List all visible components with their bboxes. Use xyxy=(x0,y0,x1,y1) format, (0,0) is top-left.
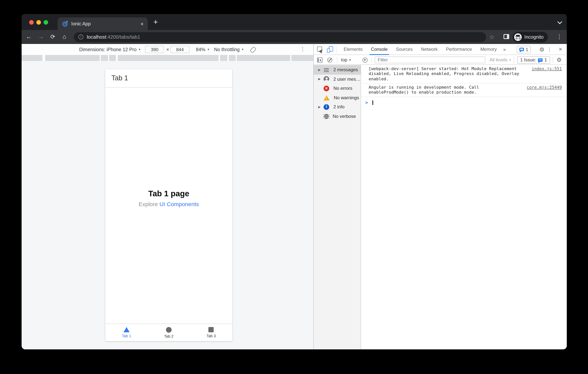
app-header: Tab 1 xyxy=(105,69,232,87)
media-query-segment[interactable] xyxy=(21,55,42,61)
tab-elements[interactable]: Elements xyxy=(339,44,367,55)
media-query-segment[interactable] xyxy=(101,55,108,61)
home-button[interactable]: ⌂ xyxy=(63,33,66,40)
minimize-window-button[interactable] xyxy=(36,20,41,25)
maximize-window-button[interactable] xyxy=(43,20,48,25)
device-throttling-select[interactable]: No throttling ▾ xyxy=(214,44,243,55)
error-icon xyxy=(324,86,329,91)
warning-icon xyxy=(324,96,330,100)
console-settings-icon[interactable]: ⚙ xyxy=(556,57,562,63)
app-content: Tab 1 page Explore UI Components xyxy=(105,87,232,324)
ui-components-link[interactable]: UI Components xyxy=(159,201,199,207)
sidebar-item-verbose[interactable]: No verbose xyxy=(314,112,361,121)
media-query-segment[interactable] xyxy=(45,55,100,61)
tab-search-chevron-icon[interactable] xyxy=(558,20,561,23)
devtools-close-icon[interactable]: × xyxy=(559,46,562,52)
tab-close-icon[interactable]: × xyxy=(141,21,144,26)
more-tabs-icon[interactable]: » xyxy=(501,44,508,55)
console-context-select[interactable]: top ▾ xyxy=(341,55,351,65)
devtools-panel: Elements Console Sources Network Perform… xyxy=(313,44,567,349)
app-tab-2[interactable]: Tab 2 xyxy=(147,324,190,341)
sidebar-item-user-messages[interactable]: ▶ 2 user mes… xyxy=(314,75,361,84)
tab-console[interactable]: Console xyxy=(367,44,392,55)
expander-icon[interactable]: ▶ xyxy=(318,105,324,109)
issues-button[interactable]: 1 Issue: 1 xyxy=(517,56,550,64)
tab-memory[interactable]: Memory xyxy=(476,44,501,55)
new-tab-button[interactable]: + xyxy=(153,18,158,27)
divider xyxy=(337,57,337,63)
media-query-segment[interactable] xyxy=(229,55,236,61)
browser-window: Ionic App × + ← → ⟳ ⌂ localhost:4200/tab… xyxy=(21,14,567,349)
circle-icon xyxy=(166,327,172,332)
console-prompt[interactable]: > xyxy=(361,97,567,105)
tab-performance[interactable]: Performance xyxy=(442,44,476,55)
inspect-element-icon[interactable] xyxy=(317,47,322,52)
console-filter-input[interactable] xyxy=(375,56,485,63)
clear-console-icon[interactable] xyxy=(327,57,332,62)
side-panel-icon[interactable] xyxy=(504,34,509,39)
rotate-device-icon[interactable] xyxy=(250,46,256,53)
ionic-favicon-icon xyxy=(63,21,68,26)
device-toolbar-menu-icon[interactable]: ⋮ xyxy=(300,46,305,52)
chevron-down-icon: ▾ xyxy=(208,48,209,51)
back-button[interactable]: ← xyxy=(26,33,32,40)
devtools-tab-bar: Elements Console Sources Network Perform… xyxy=(314,44,567,55)
dimensions-separator: × xyxy=(166,44,169,55)
device-zoom-select[interactable]: 84% ▾ xyxy=(196,44,209,55)
browser-menu-icon[interactable]: ⋮ xyxy=(556,33,562,40)
address-bar[interactable]: localhost:4200/tabs/tab1 xyxy=(74,32,486,42)
console-messages: [webpack-dev-server] Server started: Hot… xyxy=(361,65,567,349)
incognito-label: Incognito xyxy=(524,34,544,40)
tab-sources[interactable]: Sources xyxy=(392,44,417,55)
device-canvas: Tab 1 Tab 1 page Explore UI Components xyxy=(21,61,313,349)
divider xyxy=(514,57,514,63)
site-info-icon[interactable] xyxy=(78,34,83,39)
device-toolbar-toggle-icon[interactable] xyxy=(327,46,333,53)
device-height-input[interactable] xyxy=(170,46,189,53)
bookmark-star-icon[interactable]: ☆ xyxy=(489,33,495,41)
emulated-viewport: Tab 1 Tab 1 page Explore UI Components xyxy=(105,69,232,341)
expander-icon[interactable]: ▶ xyxy=(318,77,324,81)
close-window-button[interactable] xyxy=(29,20,34,25)
text-caret xyxy=(372,100,373,105)
browser-tab-title: Ionic App xyxy=(71,21,141,26)
device-emulation-pane: Dimensions: iPhone 12 Pro ▾ × 84% ▾ No t… xyxy=(21,44,313,349)
chevron-down-icon: ▾ xyxy=(242,48,243,51)
user-icon xyxy=(324,76,329,82)
devtools-menu-icon[interactable]: ⋮ xyxy=(547,47,552,52)
tab-network[interactable]: Network xyxy=(417,44,442,55)
prompt-chevron-icon: > xyxy=(365,100,368,105)
incognito-icon xyxy=(514,33,522,41)
media-query-segment[interactable] xyxy=(220,55,227,61)
square-icon xyxy=(208,327,214,332)
devtools-settings-icon[interactable]: ⚙ xyxy=(539,47,545,52)
device-dimensions-select[interactable]: Dimensions: iPhone 12 Pro ▾ xyxy=(79,44,140,55)
sidebar-item-messages[interactable]: ▶ 2 messages xyxy=(314,65,361,75)
media-query-segment[interactable] xyxy=(291,55,313,61)
console-sidebar: ▶ 2 messages ▶ 2 user mes… No er xyxy=(314,65,361,349)
chevron-down-icon: ▾ xyxy=(349,58,351,62)
source-link[interactable]: index.js:551 xyxy=(532,66,562,71)
device-width-input[interactable] xyxy=(145,46,164,53)
reload-button[interactable]: ⟳ xyxy=(50,33,55,40)
browser-tab[interactable]: Ionic App × xyxy=(58,17,148,30)
console-sidebar-toggle-icon[interactable] xyxy=(317,57,322,62)
media-query-segment[interactable] xyxy=(118,55,219,61)
log-levels-select[interactable]: All levels ▾ xyxy=(490,55,511,65)
media-query-segment[interactable] xyxy=(109,55,116,61)
sidebar-item-errors[interactable]: No errors xyxy=(314,84,361,93)
source-link[interactable]: core.mjs:25449 xyxy=(527,85,562,90)
sidebar-item-warnings[interactable]: No warnings xyxy=(314,93,361,102)
forward-button[interactable]: → xyxy=(38,33,44,40)
screen: Ionic App × + ← → ⟳ ⌂ localhost:4200/tab… xyxy=(0,0,588,374)
media-query-segment[interactable] xyxy=(237,55,290,61)
live-expression-eye-icon[interactable] xyxy=(363,57,368,62)
chat-issues-badge[interactable]: 1 xyxy=(517,46,531,53)
sidebar-item-info[interactable]: ▶ 2 info xyxy=(314,102,361,112)
app-tab-bar: Tab 1 Tab 2 Tab 3 xyxy=(105,324,232,341)
app-tab-3[interactable]: Tab 3 xyxy=(190,324,232,341)
explore-text: Explore xyxy=(139,201,158,207)
info-icon xyxy=(324,104,329,110)
expander-icon[interactable]: ▶ xyxy=(318,68,324,72)
app-tab-1[interactable]: Tab 1 xyxy=(105,324,147,341)
